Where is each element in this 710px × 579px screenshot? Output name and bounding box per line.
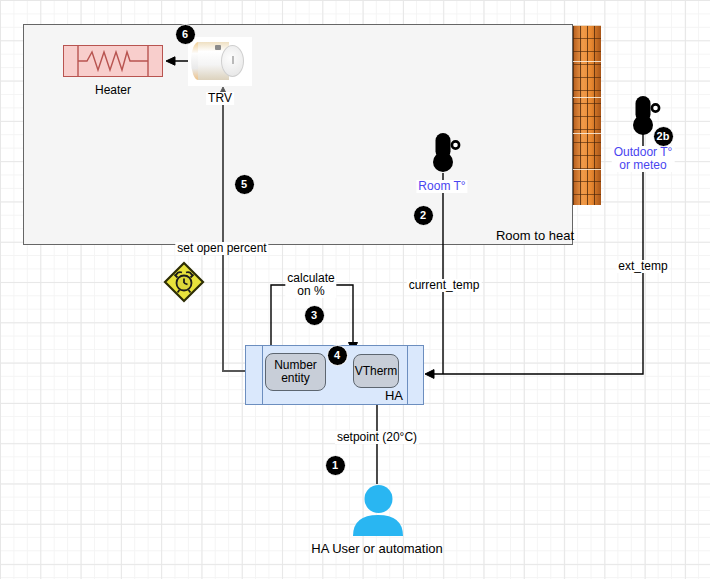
brick-wall-image xyxy=(573,25,601,205)
heater-label: Heater xyxy=(93,84,133,97)
person-icon xyxy=(352,485,404,537)
diagram-canvas: Room to heat xyxy=(0,0,710,579)
ext-temp-label: ext_temp xyxy=(616,260,669,273)
calculate-on-percent-label: calculate on % xyxy=(285,272,336,298)
user-label: HA User or automation xyxy=(309,542,445,555)
calculate-label-line2: on % xyxy=(297,284,324,298)
set-open-percent-label: set open percent xyxy=(175,242,268,255)
trv-label: TRV xyxy=(206,92,234,105)
outdoor-sensor-label-line2: or meteo xyxy=(619,158,666,172)
room-thermometer-icon xyxy=(430,133,461,175)
step-badge-2b: 2b xyxy=(653,126,674,147)
trv-dial-mark xyxy=(232,56,234,64)
outdoor-sensor-label-line1: Outdoor T° xyxy=(614,145,673,159)
vtherm-node: VTherm xyxy=(353,354,399,388)
current-temp-label: current_temp xyxy=(407,279,482,292)
ha-left-bar xyxy=(262,346,263,404)
number-entity-node: Number entity xyxy=(265,353,326,391)
setpoint-label: setpoint (20°C) xyxy=(335,431,419,444)
alarm-diamond-icon xyxy=(163,261,205,303)
calculate-label-line1: calculate xyxy=(287,271,334,285)
heater-resistor-icon xyxy=(64,46,162,76)
room-to-heat-label: Room to heat xyxy=(494,229,576,242)
step-badge-3: 3 xyxy=(304,305,325,326)
trv-display xyxy=(215,45,221,50)
ha-right-bar xyxy=(407,346,408,404)
ha-label: HA xyxy=(383,389,405,402)
trv-image xyxy=(188,37,252,86)
heater-shape xyxy=(63,45,163,77)
outdoor-sensor-label: Outdoor T° or meteo xyxy=(612,146,675,172)
step-badge-4: 4 xyxy=(327,345,348,366)
room-sensor-label: Room T° xyxy=(416,180,467,193)
step-badge-1: 1 xyxy=(325,455,346,476)
step-badge-6: 6 xyxy=(175,24,196,45)
step-badge-2: 2 xyxy=(413,205,434,226)
step-badge-5: 5 xyxy=(234,174,255,195)
